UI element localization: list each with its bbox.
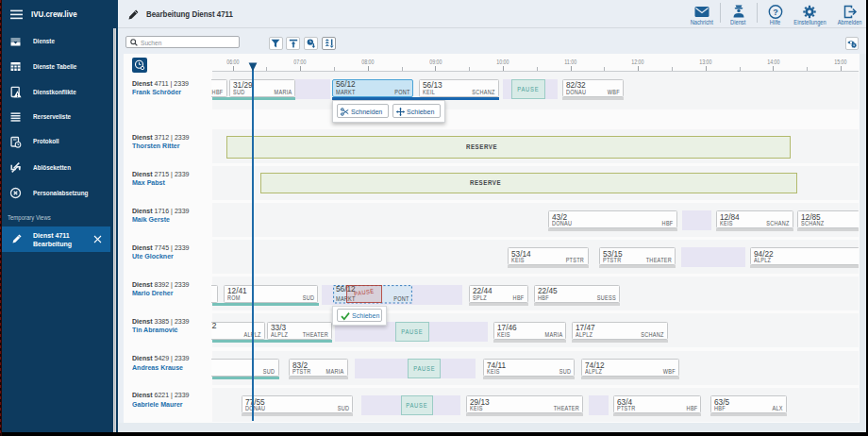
svg-text:?: ? — [773, 8, 778, 17]
